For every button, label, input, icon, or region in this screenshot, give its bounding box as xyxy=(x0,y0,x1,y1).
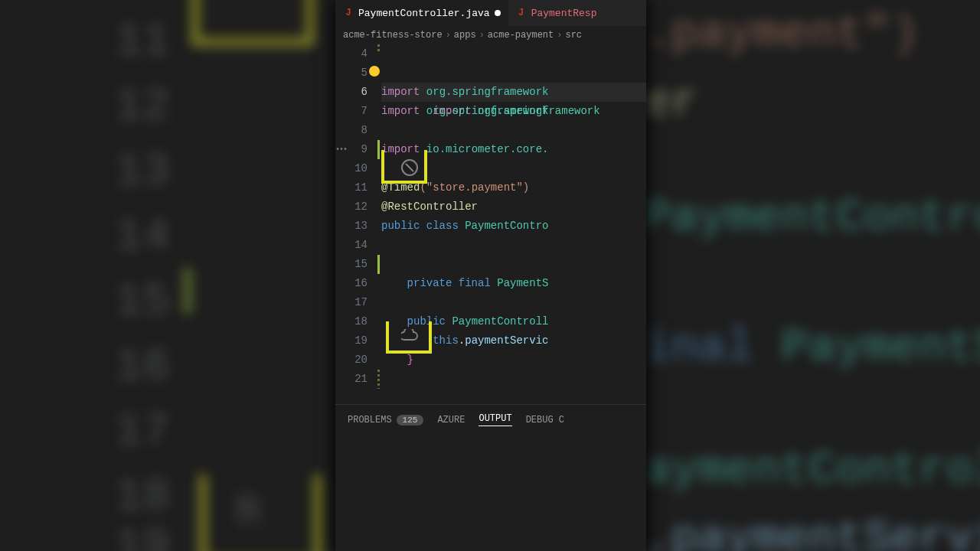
line-number: 11 xyxy=(335,178,381,197)
code-line xyxy=(381,370,646,389)
chevron-right-icon: › xyxy=(479,30,485,41)
line-number: 14 xyxy=(335,236,381,255)
bottom-panel-tabs: PROBLEMS 125 AZURE OUTPUT DEBUG C xyxy=(335,404,646,435)
code-line: @RestController xyxy=(381,197,646,217)
bg-lineno: 15 xyxy=(115,276,170,328)
bg-lineno: 18 xyxy=(115,471,170,523)
crumb[interactable]: src xyxy=(565,30,582,41)
line-number: 9 xyxy=(335,140,381,159)
bg-lineno: 17 xyxy=(115,406,170,458)
tab-label: PaymentResp xyxy=(531,8,597,19)
tab-payment-response[interactable]: J PaymentResp xyxy=(508,0,605,26)
line-number: 13 xyxy=(335,217,381,236)
bg-code: er xyxy=(643,77,698,129)
tab-label: PaymentController.java xyxy=(358,8,490,19)
gutter-diff-mod xyxy=(377,44,380,54)
gutter-diff-added xyxy=(377,255,380,274)
code-line: import org.springframework xyxy=(381,102,646,121)
code-line xyxy=(381,121,646,140)
code-line xyxy=(381,293,646,312)
bg-lineno: 13 xyxy=(115,145,170,197)
line-number: 21 xyxy=(335,370,381,389)
tab-problems[interactable]: PROBLEMS 125 xyxy=(348,415,423,425)
bg-lineno: 12 xyxy=(115,80,170,132)
bg-lineno: 19 xyxy=(115,520,170,551)
line-number: 16 xyxy=(335,274,381,293)
lightbulb-icon[interactable] xyxy=(369,66,380,77)
bg-lineno: 14 xyxy=(115,210,170,262)
java-file-icon: J xyxy=(343,8,354,18)
java-file-icon: J xyxy=(516,8,527,18)
code-line xyxy=(381,236,646,255)
tab-azure[interactable]: AZURE xyxy=(437,415,465,425)
output-panel-body[interactable] xyxy=(335,435,646,551)
line-number: 10 xyxy=(335,159,381,178)
chevron-right-icon: › xyxy=(557,30,562,41)
tab-output[interactable]: OUTPUT xyxy=(479,413,511,426)
crumb[interactable]: acme-payment xyxy=(488,30,554,41)
tab-bar: J PaymentController.java J PaymentResp xyxy=(335,0,646,26)
line-number: 15 xyxy=(335,255,381,274)
line-number: 7 xyxy=(335,102,381,121)
bg-code: aymentControll xyxy=(643,444,980,496)
line-number-gutter: 4 5 6 7 8 9 10 11 12 13 14 15 16 17 18 1… xyxy=(335,44,381,389)
breadcrumb[interactable]: acme-fitness-store › apps › acme-payment… xyxy=(335,26,646,44)
bg-lineno: 16 xyxy=(115,341,170,393)
line-number: 12 xyxy=(335,197,381,217)
gutter-diff-added xyxy=(377,140,380,159)
bg-code: .paymentServic xyxy=(643,513,980,551)
no-drop-cursor-icon xyxy=(401,159,418,176)
bg-lineno: 11 xyxy=(115,15,170,67)
tab-payment-controller[interactable]: J PaymentController.java xyxy=(335,0,508,26)
code-line xyxy=(381,255,646,274)
problems-count-badge: 125 xyxy=(397,415,424,425)
gutter-diff-mod xyxy=(377,370,380,389)
bg-code: PaymentContro xyxy=(643,191,980,243)
code-line: import org.springframework xyxy=(381,83,646,102)
crumb[interactable]: apps xyxy=(454,30,476,41)
code-line xyxy=(381,44,646,64)
line-number: 17 xyxy=(335,293,381,312)
line-number: 18 xyxy=(335,312,381,331)
line-number: 19 xyxy=(335,331,381,350)
line-number: 6 xyxy=(335,83,381,102)
line-number: 20 xyxy=(335,350,381,370)
code-editor[interactable]: ••• 4 5 6 7 8 9 10 11 12 13 14 15 16 17 … xyxy=(335,44,646,404)
editor-panel: J PaymentController.java J PaymentResp a… xyxy=(335,0,646,551)
line-number: 8 xyxy=(335,121,381,140)
code-line: import org.springframework xyxy=(381,64,646,83)
code-line: private final PaymentS xyxy=(381,274,646,293)
tab-debug-console[interactable]: DEBUG C xyxy=(526,415,564,425)
copy-cursor-icon xyxy=(401,329,420,343)
code-line: public class PaymentContro xyxy=(381,217,646,236)
crumb[interactable]: acme-fitness-store xyxy=(343,30,443,41)
bg-code: .payment") xyxy=(643,8,919,60)
unsaved-dot-icon xyxy=(495,10,501,16)
chevron-right-icon: › xyxy=(446,30,451,41)
line-number: 4 xyxy=(335,44,381,64)
